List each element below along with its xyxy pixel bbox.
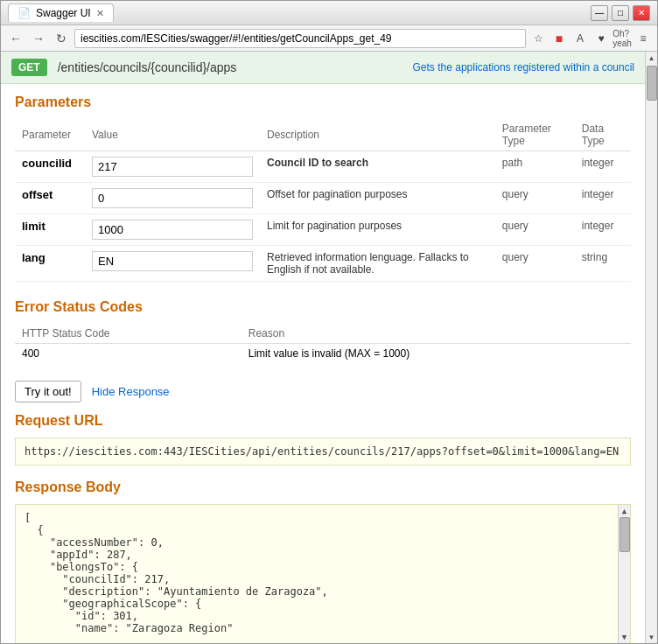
response-body-section: Response Body [ { "accessNumber": 0, "ap… <box>1 476 645 643</box>
browser-tab[interactable]: 📄 Swagger UI ✕ <box>8 4 114 22</box>
main-scroll-up[interactable]: ▲ <box>646 52 657 64</box>
main-scroll-thumb[interactable] <box>647 66 657 101</box>
endpoint-path: /entities/councils/{councilid}/apps <box>58 60 237 74</box>
get-badge: GET <box>11 59 47 76</box>
table-row: limit Limit for pagination purposes quer… <box>15 214 631 246</box>
close-button[interactable]: ✕ <box>633 5 650 21</box>
param-value-limit[interactable] <box>92 220 253 240</box>
param-datatype-offset: integer <box>575 183 631 214</box>
try-it-out-button[interactable]: Try it out! <box>15 381 81 402</box>
table-row: 400 Limit value is invalid (MAX = 1000) <box>15 344 631 364</box>
response-body-title: Response Body <box>15 480 631 495</box>
forward-button[interactable]: → <box>29 29 48 48</box>
refresh-button[interactable]: ↻ <box>52 29 71 48</box>
param-name: councilid <box>15 151 85 183</box>
endpoint-description: Gets the applications registered within … <box>413 61 634 74</box>
tab-icon: 📄 <box>18 7 31 19</box>
ohyeah-icon: Oh?yeah <box>613 30 631 47</box>
title-bar-left: 📄 Swagger UI ✕ <box>8 4 114 22</box>
param-desc-councilid: Council ID to search <box>260 151 495 183</box>
back-button[interactable]: ← <box>6 29 25 48</box>
main-scroll-track <box>646 64 657 631</box>
param-type-limit: query <box>495 214 575 246</box>
col-http-status: HTTP Status Code <box>15 324 242 344</box>
shield-icon: ♥ <box>592 30 610 47</box>
col-param-type: Parameter Type <box>495 119 575 151</box>
title-bar: 📄 Swagger UI ✕ — □ ✕ <box>1 1 657 25</box>
error-section: Error Status Codes HTTP Status Code Reas… <box>1 292 645 374</box>
param-datatype-lang: string <box>575 246 631 282</box>
error-code: 400 <box>15 344 242 364</box>
request-url-title: Request URL <box>15 413 631 429</box>
table-row: councilid Council ID to search path inte… <box>15 151 631 183</box>
response-scrollbar[interactable]: ▲ ▼ <box>618 505 630 643</box>
scroll-up-button[interactable]: ▲ <box>619 505 630 517</box>
table-row: lang Retrieved information lenguage. Fal… <box>15 246 631 282</box>
error-table: HTTP Status Code Reason 400 Limit value … <box>15 324 631 363</box>
response-body-content: [ { "accessNumber": 0, "appId": 287, "be… <box>15 504 631 643</box>
param-desc-limit: Limit for pagination purposes <box>260 214 495 246</box>
scroll-track <box>619 517 630 631</box>
col-description: Description <box>260 119 495 151</box>
param-value-offset[interactable] <box>92 188 253 208</box>
param-type-councilid: path <box>495 151 575 183</box>
error-reason: Limit value is invalid (MAX = 1000) <box>242 344 631 364</box>
param-value-councilid[interactable] <box>92 157 253 177</box>
parameters-section: Parameters Parameter Value Description P… <box>1 84 645 292</box>
parameters-table: Parameter Value Description Parameter Ty… <box>15 119 631 282</box>
main-scrollbar[interactable]: ▲ ▼ <box>645 52 657 643</box>
request-url-box: https://iescities.com:443/IESCities/api/… <box>15 438 631 466</box>
main-scroll-down[interactable]: ▼ <box>646 631 657 643</box>
table-row: offset Offset for pagination purposes qu… <box>15 183 631 214</box>
get-bar: GET /entities/councils/{councilid}/apps … <box>1 52 645 84</box>
browser-window: 📄 Swagger UI ✕ — □ ✕ ← → ↻ ☆ ■ A ♥ Oh?ye… <box>0 0 658 644</box>
param-name: limit <box>15 214 85 246</box>
param-type-offset: query <box>495 183 575 214</box>
param-name: offset <box>15 183 85 214</box>
window-controls: — □ ✕ <box>591 5 650 21</box>
nav-bar: ← → ↻ ☆ ■ A ♥ Oh?yeah ≡ <box>1 25 657 52</box>
hide-response-link[interactable]: Hide Response <box>92 385 170 398</box>
scroll-down-button[interactable]: ▼ <box>619 631 630 643</box>
bookmark-icon[interactable]: ☆ <box>529 30 547 47</box>
page-content: GET /entities/councils/{councilid}/apps … <box>1 52 645 643</box>
tab-title: Swagger UI <box>36 7 91 19</box>
param-desc-lang: Retrieved information lenguage. Fallacks… <box>260 246 495 282</box>
extension-red-icon: ■ <box>550 30 568 47</box>
browser-content: GET /entities/councils/{councilid}/apps … <box>1 52 657 643</box>
error-title: Error Status Codes <box>15 299 631 315</box>
action-bar: Try it out! Hide Response <box>1 374 645 410</box>
param-value-lang[interactable] <box>92 251 253 271</box>
param-datatype-limit: integer <box>575 214 631 246</box>
request-url-section: Request URL https://iescities.com:443/IE… <box>1 410 645 476</box>
translate-icon[interactable]: A <box>571 30 589 47</box>
param-name: lang <box>15 246 85 282</box>
parameters-title: Parameters <box>15 94 631 110</box>
scroll-thumb[interactable] <box>620 517 630 552</box>
col-parameter: Parameter <box>15 119 85 151</box>
response-body-text: [ { "accessNumber": 0, "appId": 287, "be… <box>24 512 621 634</box>
param-type-lang: query <box>495 246 575 282</box>
tab-close-button[interactable]: ✕ <box>96 8 104 19</box>
col-reason: Reason <box>242 324 631 344</box>
col-data-type: Data Type <box>575 119 631 151</box>
maximize-button[interactable]: □ <box>612 5 629 21</box>
menu-icon[interactable]: ≡ <box>634 30 652 47</box>
col-value: Value <box>85 119 260 151</box>
param-datatype-councilid: integer <box>575 151 631 183</box>
minimize-button[interactable]: — <box>591 5 608 21</box>
address-bar[interactable] <box>74 29 526 48</box>
param-desc-offset: Offset for pagination purposes <box>260 183 495 214</box>
